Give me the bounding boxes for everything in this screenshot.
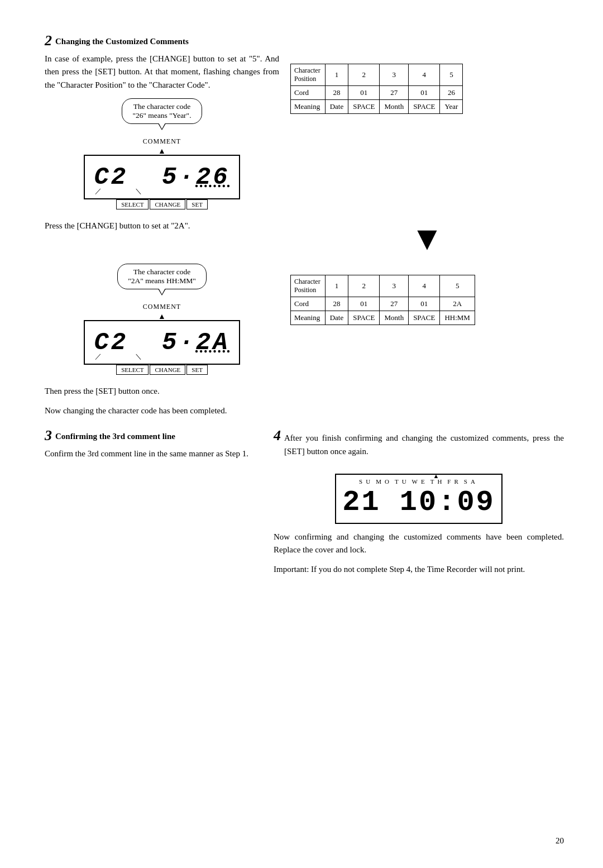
section3-area: 3 Confirming the 3rd comment line Confir… <box>45 428 257 583</box>
section2-right1: CharacterPosition 1 2 3 4 5 Cord 28 01 2… <box>290 53 564 209</box>
bubble2-wrapper: The character code "2A" means HH:MM" <box>45 264 279 289</box>
section2-title: Changing the Customized Comments <box>55 37 189 46</box>
bubble1-line1: The character code <box>133 102 191 111</box>
table2-r2c3: Month <box>380 311 409 325</box>
table1-r1c1: 28 <box>325 86 348 100</box>
table2-row1-label: Cord <box>291 297 326 311</box>
table2-header2: 2 <box>348 275 380 297</box>
bubble1-line2: "26" means "Year". <box>132 111 191 120</box>
comment-label2: COMMENT <box>143 303 181 311</box>
bubble2-line1: The character code <box>133 268 191 276</box>
device2-wrapper: COMMENT ▲ C2 5·2A ／ ＼ SELECT CHANGE SET <box>45 297 279 375</box>
table2-r1c2: 01 <box>348 297 380 311</box>
table1-r2c1: Date <box>325 100 348 114</box>
btn-set2[interactable]: SET <box>186 365 208 375</box>
section3-title: Confirming the 3rd comment line <box>55 432 175 441</box>
section2-body4: Now changing the character code has been… <box>45 404 564 417</box>
table1-header0: CharacterPosition <box>291 64 326 86</box>
table1-r1c2: 01 <box>348 86 380 100</box>
section4-body1: After you finish confirming and changing… <box>284 432 564 458</box>
btn-set1[interactable]: SET <box>186 199 208 209</box>
table1-r1c5: 26 <box>440 86 463 100</box>
dow-su: SU <box>359 478 374 485</box>
table2-header5: 5 <box>440 275 475 297</box>
device2-slash: ／ ＼ <box>95 352 142 361</box>
table2-header3: 3 <box>380 275 409 297</box>
bubble2-line2: "2A" means HH:MM" <box>128 276 196 285</box>
section4-header: 4 After you finish confirming and changi… <box>274 428 564 465</box>
dow-arrow: ▲ <box>433 473 443 479</box>
table1-r2c5: Year <box>440 100 463 114</box>
dow-sa: SA <box>464 478 478 485</box>
table1-row1-label: Cord <box>291 86 326 100</box>
comment-label1: COMMENT <box>143 137 181 146</box>
device1-slash: ／ ＼ <box>95 187 142 196</box>
table2-r2c5: HH:MM <box>440 311 475 325</box>
table2-header1: 1 <box>325 275 348 297</box>
section3-number: 3 <box>45 428 52 443</box>
table2-row2-label: Meaning <box>291 311 326 325</box>
table1-header1: 1 <box>325 64 348 86</box>
table2: CharacterPosition 1 2 3 4 5 Cord 28 01 2… <box>290 275 475 325</box>
table1-header4: 4 <box>409 64 440 86</box>
btn-select2[interactable]: SELECT <box>116 365 149 375</box>
middle-row: Press the [CHANGE] button to set at "2A"… <box>45 220 564 258</box>
section3-header: 3 Confirming the 3rd comment line <box>45 428 257 443</box>
middle-left: Press the [CHANGE] button to set at "2A"… <box>45 220 279 239</box>
device-screen1: C2 5·26 ／ ＼ <box>84 155 240 199</box>
table2-r1c5: 2A <box>440 297 475 311</box>
table1-header3: 3 <box>380 64 409 86</box>
down-arrow-area: ▼ <box>290 220 564 258</box>
bubble1: The character code "26" means "Year". <box>122 98 202 124</box>
section2-number: 2 <box>45 34 52 48</box>
dow-th-wrapper: TH ▲ <box>430 478 446 485</box>
btn-select1[interactable]: SELECT <box>116 199 149 209</box>
table2-header4: 4 <box>409 275 440 297</box>
dow-we: WE <box>412 478 428 485</box>
section2-body3: Then press the [SET] button once. <box>45 385 564 398</box>
section4-area: 4 After you finish confirming and changi… <box>274 428 564 583</box>
device1-buttons: SELECT CHANGE SET <box>116 199 208 209</box>
section2-right2: CharacterPosition 1 2 3 4 5 Cord 28 01 2… <box>290 264 564 375</box>
section2-block2: The character code "2A" means HH:MM" COM… <box>45 264 564 375</box>
device2-buttons: SELECT CHANGE SET <box>116 365 208 375</box>
btn-change2[interactable]: CHANGE <box>150 365 185 375</box>
table1-r1c4: 01 <box>409 86 440 100</box>
page: 2 Changing the Customized Comments In ca… <box>0 0 603 868</box>
dow-mo: MO <box>376 478 393 485</box>
btn-change1[interactable]: CHANGE <box>150 199 185 209</box>
section3-body: Confirm the 3rd comment line in the same… <box>45 447 257 460</box>
clock-display: SU MO TU WE TH ▲ FR SA 21 10:09 <box>335 474 502 524</box>
device-screen2: C2 5·2A ／ ＼ <box>84 320 240 365</box>
table2-r2c4: SPACE <box>409 311 440 325</box>
table2-r1c1: 28 <box>325 297 348 311</box>
device1-wrapper: COMMENT ▲ C2 5·26 ／ ＼ SELECT CHANGE SET <box>45 132 279 209</box>
table1-r1c3: 27 <box>380 86 409 100</box>
bubble1-wrapper: The character code "26" means "Year". <box>45 98 279 124</box>
section2-left2: The character code "2A" means HH:MM" COM… <box>45 264 279 375</box>
table1-header2: 2 <box>348 64 380 86</box>
dow-row: SU MO TU WE TH ▲ FR SA <box>359 478 478 485</box>
clock-time: 21 10:09 <box>342 486 495 519</box>
bubble2: The character code "2A" means HH:MM" <box>117 264 207 289</box>
section2-block1: In case of example, press the [CHANGE] b… <box>45 53 564 209</box>
page-number: 20 <box>556 836 564 846</box>
bottom-two-col: 3 Confirming the 3rd comment line Confir… <box>45 428 564 583</box>
table2-r2c1: Date <box>325 311 348 325</box>
down-arrow-icon: ▼ <box>410 220 443 258</box>
table1: CharacterPosition 1 2 3 4 5 Cord 28 01 2… <box>290 64 463 114</box>
table2-header0: CharacterPosition <box>291 275 326 297</box>
table1-r2c3: Month <box>380 100 409 114</box>
section2-left1: In case of example, press the [CHANGE] b… <box>45 53 279 209</box>
section4-body2: Now confirming and changing the customiz… <box>274 531 564 557</box>
table2-r1c4: 01 <box>409 297 440 311</box>
section4-body3: Important: If you do not complete Step 4… <box>274 563 564 576</box>
section2-header: 2 Changing the Customized Comments <box>45 34 564 48</box>
table2-r1c3: 27 <box>380 297 409 311</box>
table1-header5: 5 <box>440 64 463 86</box>
table1-r2c4: SPACE <box>409 100 440 114</box>
table1-row2-label: Meaning <box>291 100 326 114</box>
section2-body1: In case of example, press the [CHANGE] b… <box>45 53 279 92</box>
dow-tu: TU <box>395 478 410 485</box>
clock-wrapper: SU MO TU WE TH ▲ FR SA 21 10:09 <box>274 470 564 524</box>
